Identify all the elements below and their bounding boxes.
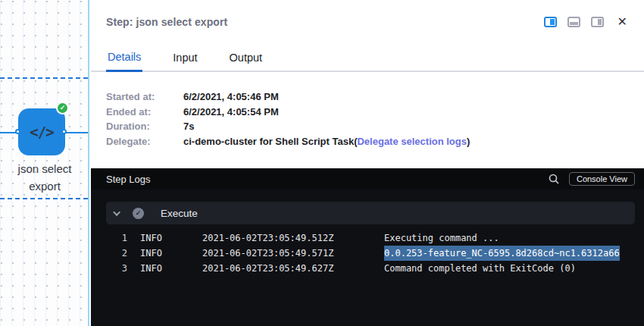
line-number: 3 bbox=[114, 261, 127, 276]
pipeline-canvas[interactable]: json select export bbox=[0, 0, 89, 326]
check-circle-icon bbox=[133, 208, 144, 219]
delegate-selection-logs-link[interactable]: Delegate selection logs bbox=[357, 136, 467, 147]
log-timestamp: 2021-06-02T23:05:49.512Z bbox=[202, 230, 384, 246]
delegate-value: ci-demo-cluster for Shell Script Task(De… bbox=[183, 136, 470, 147]
log-timestamp: 2021-06-02T23:05:49.627Z bbox=[202, 261, 384, 276]
log-lines: 1 INFO 2021-06-02T23:05:49.512Z Executin… bbox=[91, 230, 644, 276]
code-icon bbox=[18, 108, 65, 155]
node-port-right bbox=[61, 129, 67, 134]
log-line: 3 INFO 2021-06-02T23:05:49.627Z Command … bbox=[91, 261, 644, 276]
success-check-badge bbox=[56, 102, 69, 114]
log-message: Executing command ... bbox=[384, 230, 499, 246]
tab-input[interactable]: Input bbox=[171, 52, 199, 71]
detail-row-delegate: Delegate: ci-demo-cluster for Shell Scri… bbox=[106, 136, 644, 147]
bottom-pane-icon[interactable] bbox=[567, 17, 580, 27]
log-message-highlighted: 0.0.253-feature_NC-6595.8d268cd~nc1.6312… bbox=[384, 246, 620, 261]
detail-row-ended: Ended at: 6/2/2021, 4:05:54 PM bbox=[106, 107, 644, 118]
step-logs-console: Step Logs Console View Execute 1 INFO bbox=[91, 168, 644, 326]
log-level: INFO bbox=[140, 246, 202, 261]
log-timestamp: 2021-06-02T23:05:49.571Z bbox=[202, 246, 384, 261]
node-port-left bbox=[15, 129, 20, 134]
chevron-down-icon[interactable] bbox=[113, 208, 120, 216]
log-section-execute[interactable]: Execute bbox=[106, 202, 635, 224]
detail-row-started: Started at: 6/2/2021, 4:05:46 PM bbox=[106, 92, 644, 102]
line-number: 2 bbox=[114, 246, 127, 261]
panel-header: Step: json select export bbox=[91, 0, 644, 44]
node-label: json select export bbox=[0, 160, 89, 195]
tab-bar: Details Input Output bbox=[91, 44, 644, 72]
log-line: 1 INFO 2021-06-02T23:05:49.512Z Executin… bbox=[91, 230, 644, 246]
log-level: INFO bbox=[140, 230, 202, 246]
details-section: Started at: 6/2/2021, 4:05:46 PM Ended a… bbox=[91, 72, 644, 146]
step-node-json-select-export[interactable] bbox=[18, 108, 65, 155]
tab-details[interactable]: Details bbox=[106, 51, 142, 72]
right-pane-icon[interactable] bbox=[591, 17, 604, 27]
logs-header: Step Logs Console View bbox=[91, 168, 644, 190]
search-icon[interactable] bbox=[548, 173, 560, 185]
app-root: json select export Step: json select exp… bbox=[0, 0, 644, 326]
tab-output[interactable]: Output bbox=[228, 52, 264, 71]
console-view-button[interactable]: Console View bbox=[569, 172, 635, 186]
log-level: INFO bbox=[140, 261, 202, 276]
logs-title: Step Logs bbox=[106, 174, 548, 185]
panel-layout-controls bbox=[544, 16, 627, 28]
detail-row-duration: Duration: 7s bbox=[106, 121, 644, 132]
panel-title: Step: json select export bbox=[106, 16, 544, 28]
log-line: 2 INFO 2021-06-02T23:05:49.571Z 0.0.253-… bbox=[91, 246, 644, 261]
line-number: 1 bbox=[114, 230, 127, 246]
step-detail-panel: Step: json select export Details Input O… bbox=[91, 0, 644, 326]
close-icon[interactable] bbox=[617, 16, 627, 28]
log-section-label: Execute bbox=[161, 208, 198, 219]
log-message: Command completed with ExitCode (0) bbox=[384, 261, 576, 276]
stage-boundary-bottom bbox=[0, 198, 88, 199]
split-pane-icon[interactable] bbox=[544, 17, 557, 27]
stage-boundary-top bbox=[0, 77, 88, 79]
